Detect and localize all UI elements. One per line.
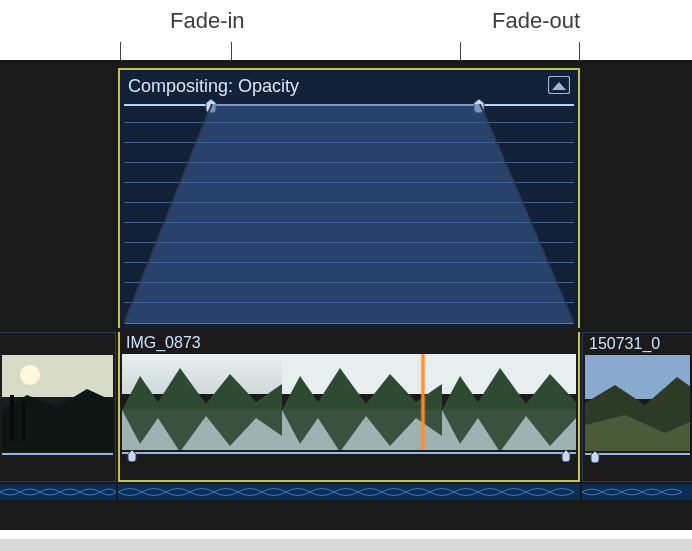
clip-opacity-mini-line[interactable]: [2, 453, 113, 455]
timeline-filmstrip-row: IMG_0873: [0, 332, 692, 482]
svg-rect-28: [582, 484, 692, 500]
audio-waveform-lane: [0, 484, 692, 500]
clip-thumbnails: [2, 355, 113, 451]
figure-root: Fade-in Fade-out Compositing: Opacity: [0, 0, 692, 551]
fade-in-mini-handle[interactable]: [589, 449, 601, 461]
clip-previous[interactable]: [0, 332, 116, 482]
clip-selected[interactable]: IMG_0873: [118, 332, 580, 482]
svg-point-7: [20, 365, 40, 385]
animation-parameter-name: Compositing: Opacity: [128, 76, 299, 97]
svg-marker-1: [552, 82, 566, 90]
fade-out-mini-handle[interactable]: [560, 448, 572, 460]
timeline-editor: Compositing: Opacity: [0, 60, 692, 530]
svg-marker-2: [124, 104, 574, 324]
svg-rect-26: [0, 484, 116, 500]
callout-fade-in-label: Fade-in: [170, 8, 245, 34]
svg-rect-6: [2, 355, 113, 397]
callout-fade-out-label: Fade-out: [492, 8, 580, 34]
clip-opacity-mini-line[interactable]: [122, 452, 576, 454]
svg-rect-10: [22, 401, 25, 441]
title-overlay-icon: [548, 76, 570, 94]
clip-opacity-mini-line[interactable]: [585, 453, 690, 455]
clip-name-label: 150731_0: [589, 335, 660, 353]
figure-bottom-border: [0, 539, 692, 551]
video-animation-editor[interactable]: Compositing: Opacity: [118, 68, 580, 328]
clip-name-label: IMG_0873: [126, 334, 201, 352]
fade-in-mini-handle[interactable]: [126, 448, 138, 460]
clip-next[interactable]: 150731_0: [582, 332, 692, 482]
svg-rect-27: [118, 484, 580, 500]
svg-rect-9: [10, 395, 14, 441]
clip-thumbnails: [585, 355, 690, 451]
opacity-fade-curve[interactable]: [124, 104, 574, 324]
clip-thumbnails: [122, 354, 576, 450]
playhead-indicator[interactable]: [420, 354, 426, 450]
